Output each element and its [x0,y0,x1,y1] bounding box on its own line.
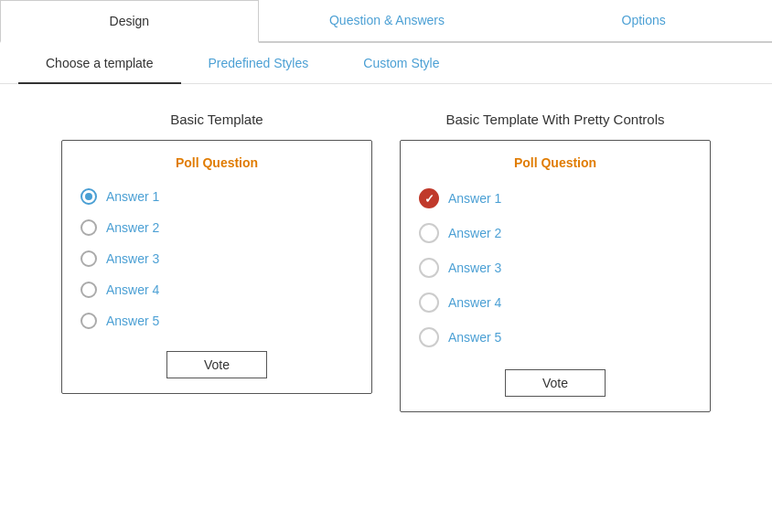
sub-nav-tab-predefined-styles[interactable]: Predefined Styles [181,43,337,83]
radio-pretty-icon[interactable] [419,188,439,208]
answer-item-basic-4[interactable]: Answer 5 [80,305,353,336]
radio-basic-icon[interactable] [80,313,97,329]
template-title-basic: Basic Template [170,112,263,127]
answer-label: Answer 5 [448,330,501,345]
answer-item-pretty-0[interactable]: Answer 1 [419,181,692,216]
radio-basic-icon[interactable] [80,219,97,236]
answer-label: Answer 5 [106,314,159,328]
answer-item-pretty-2[interactable]: Answer 3 [419,250,692,285]
answer-label: Answer 1 [448,191,501,206]
template-card-basic[interactable]: Poll QuestionAnswer 1Answer 2Answer 3Ans… [61,140,372,394]
answer-label: Answer 3 [448,261,501,275]
template-card-pretty[interactable]: Poll QuestionAnswer 1Answer 2Answer 3Ans… [400,140,711,412]
answer-list-basic: Answer 1Answer 2Answer 3Answer 4Answer 5 [62,181,371,336]
top-nav-tab-qa[interactable]: Question & Answers [259,0,516,42]
answer-label: Answer 4 [448,295,501,310]
answer-item-pretty-4[interactable]: Answer 5 [419,320,692,355]
answer-item-basic-0[interactable]: Answer 1 [80,181,353,212]
sub-nav: Choose a templatePredefined StylesCustom… [0,43,772,84]
template-section-basic: Basic TemplatePoll QuestionAnswer 1Answe… [61,112,372,412]
answer-item-basic-3[interactable]: Answer 4 [80,274,353,305]
answer-item-basic-1[interactable]: Answer 2 [80,212,353,243]
answer-label: Answer 4 [106,282,159,297]
templates-area: Basic TemplatePoll QuestionAnswer 1Answe… [0,84,772,440]
answer-list-pretty: Answer 1Answer 2Answer 3Answer 4Answer 5 [401,181,710,355]
template-section-pretty: Basic Template With Pretty ControlsPoll … [400,112,711,412]
poll-question-basic: Poll Question [62,141,371,181]
top-nav-tab-options[interactable]: Options [515,0,772,42]
answer-label: Answer 3 [106,251,159,266]
answer-item-pretty-3[interactable]: Answer 4 [419,285,692,320]
radio-basic-icon[interactable] [80,250,97,267]
vote-button-pretty[interactable]: Vote [505,369,606,397]
template-title-pretty: Basic Template With Pretty Controls [446,112,665,127]
poll-question-pretty: Poll Question [401,141,710,181]
answer-item-pretty-1[interactable]: Answer 2 [419,216,692,250]
sub-nav-tab-custom-style[interactable]: Custom Style [336,43,466,83]
answer-label: Answer 1 [106,189,159,204]
radio-basic-icon[interactable] [80,188,97,205]
radio-pretty-icon[interactable] [419,223,439,243]
answer-label: Answer 2 [448,226,501,240]
top-nav-tab-design[interactable]: Design [0,0,259,43]
top-nav: DesignQuestion & AnswersOptions [0,0,772,43]
sub-nav-tab-choose-template[interactable]: Choose a template [18,43,181,83]
radio-pretty-icon[interactable] [419,327,439,347]
radio-basic-icon[interactable] [80,282,97,298]
answer-label: Answer 2 [106,220,159,235]
vote-button-basic[interactable]: Vote [166,351,267,378]
radio-pretty-icon[interactable] [419,293,439,313]
radio-pretty-icon[interactable] [419,258,439,278]
answer-item-basic-2[interactable]: Answer 3 [80,243,353,274]
